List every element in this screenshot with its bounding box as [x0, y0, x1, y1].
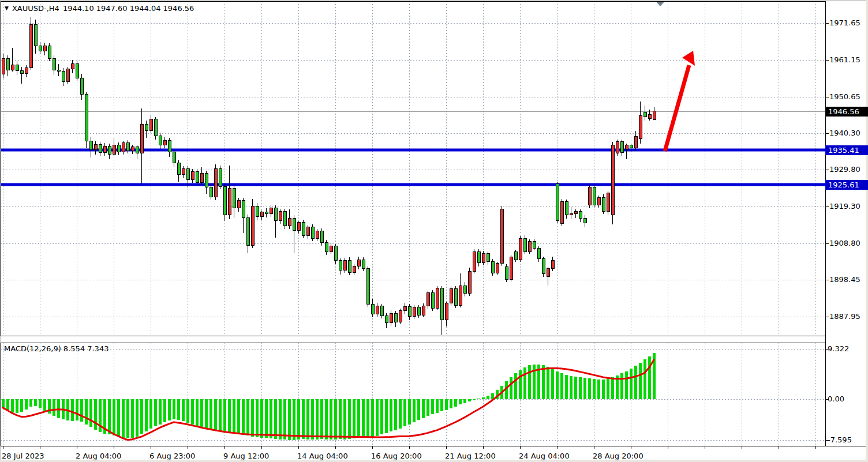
candle-bull — [611, 145, 614, 215]
candle-bear — [205, 174, 208, 187]
candle-bear — [154, 119, 157, 136]
ohlc-values: 1944.10 1947.60 1944.04 1946.56 — [63, 4, 194, 13]
macd-histogram-bar — [233, 399, 235, 434]
macd-histogram-bar — [186, 399, 189, 423]
candle-bull — [29, 24, 32, 67]
candle-bear — [223, 187, 226, 215]
candle-bear — [487, 254, 489, 262]
candle-bull — [500, 209, 503, 264]
candle-bear — [186, 168, 189, 179]
candle-bear — [440, 288, 443, 320]
candle-bull — [422, 306, 425, 315]
macd-histogram-bar — [583, 378, 586, 399]
candle-bear — [311, 227, 314, 239]
macd-axis-label: 9.322 — [828, 344, 849, 354]
trend-arrow-shaft[interactable] — [665, 65, 689, 151]
candle-bear — [583, 219, 586, 223]
candle-bull — [648, 114, 651, 118]
price-axis-label: 1971.65 — [829, 18, 860, 28]
macd-histogram-bar — [431, 399, 434, 414]
macd-histogram-bar — [639, 363, 642, 399]
macd-histogram-bar — [223, 399, 226, 433]
macd-histogram-bar — [214, 399, 217, 431]
macd-histogram-bar — [80, 399, 83, 422]
macd-histogram-bar — [140, 399, 143, 434]
macd-histogram-bar — [256, 399, 259, 437]
macd-histogram-bar — [436, 399, 439, 413]
candle-bull — [547, 268, 549, 277]
chart-canvas[interactable] — [0, 0, 868, 462]
macd-histogram-bar — [450, 399, 452, 408]
macd-histogram-bar — [246, 399, 249, 435]
macd-histogram-bar — [177, 399, 180, 420]
macd-histogram-bar — [643, 359, 646, 399]
candle-bear — [408, 307, 411, 317]
candle-bear — [177, 163, 180, 175]
macd-histogram-bar — [477, 399, 480, 399]
candle-bull — [214, 168, 217, 197]
candle-bear — [366, 268, 369, 305]
candle-bull — [2, 58, 5, 74]
macd-histogram-bar — [463, 399, 466, 403]
macd-histogram-bar — [630, 369, 633, 399]
macd-histogram-bar — [487, 396, 489, 399]
candle-bull — [496, 263, 499, 273]
candle-bear — [477, 252, 480, 263]
candle-bull — [94, 145, 97, 150]
collapse-ohlc-icon[interactable]: ▼ — [5, 6, 9, 11]
candle-bull — [270, 208, 272, 214]
candle-bear — [593, 187, 596, 205]
candle-bull — [376, 306, 379, 314]
macd-histogram-bar — [625, 371, 628, 399]
candle-bull — [459, 286, 462, 305]
candle-bull — [597, 197, 600, 205]
price-axis-label: 1908.80 — [829, 239, 860, 248]
candle-bear — [6, 58, 9, 70]
price-axis-label: 1919.30 — [829, 202, 860, 211]
macd-histogram-bar — [29, 399, 32, 407]
candle-bear — [325, 243, 328, 251]
macd-histogram-bar — [16, 399, 18, 413]
candle-bear — [431, 292, 434, 308]
candle-bull — [588, 187, 591, 205]
scroll-to-end-marker-icon[interactable] — [656, 2, 664, 6]
candle-bear — [293, 218, 295, 230]
candle-bear — [233, 189, 235, 208]
macd-histogram-bar — [408, 399, 411, 425]
macd-histogram-bar — [149, 399, 152, 429]
macd-axis-label: -7.595 — [828, 435, 852, 445]
macd-histogram-bar — [523, 367, 526, 399]
macd-histogram-bar — [570, 376, 573, 399]
macd-histogram-bar — [403, 399, 406, 426]
macd-histogram-bar — [11, 399, 14, 412]
candle-bear — [159, 136, 162, 145]
candle-bear — [556, 183, 559, 220]
macd-histogram-bar — [468, 399, 471, 401]
macd-histogram-bar — [242, 399, 245, 434]
candle-bear — [136, 147, 139, 153]
candle-bull — [528, 241, 531, 251]
macd-histogram-bar — [648, 356, 651, 399]
macd-histogram-bar — [320, 399, 323, 439]
macd-histogram-bar — [542, 365, 545, 399]
candle-bull — [551, 260, 554, 268]
candle-bear — [80, 78, 83, 94]
macd-histogram-bar — [560, 373, 563, 399]
level-price-tag-1935[interactable]: 1935.41 — [825, 145, 868, 155]
candle-bull — [306, 227, 309, 236]
candle-bear — [274, 208, 277, 220]
price-axis-label: 1940.30 — [829, 129, 860, 138]
candle-bull — [163, 140, 166, 145]
macd-histogram-bar — [159, 399, 162, 425]
candle-bull — [330, 246, 332, 251]
candle-bear — [57, 70, 60, 71]
candle-bear — [334, 246, 337, 261]
candle-bear — [514, 252, 517, 260]
level-price-tag-1925[interactable]: 1925.61 — [825, 180, 868, 190]
current-price-tag: 1946.56 — [825, 107, 868, 117]
candle-bull — [445, 303, 448, 320]
macd-histogram-bar — [306, 399, 309, 440]
trend-arrow-head[interactable] — [682, 51, 695, 66]
macd-histogram-bar — [288, 399, 291, 440]
macd-histogram-bar — [145, 399, 148, 431]
